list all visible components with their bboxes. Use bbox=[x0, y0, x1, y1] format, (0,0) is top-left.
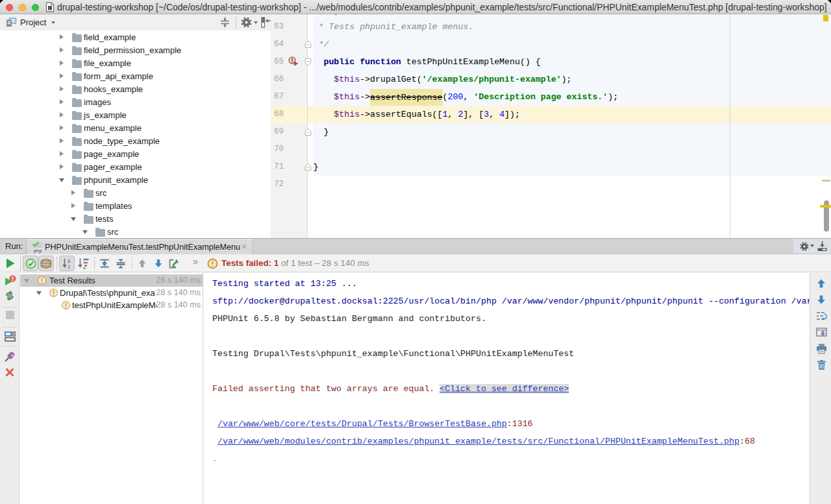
svg-text:php: php bbox=[34, 248, 42, 254]
svg-text:z: z bbox=[68, 263, 71, 269]
